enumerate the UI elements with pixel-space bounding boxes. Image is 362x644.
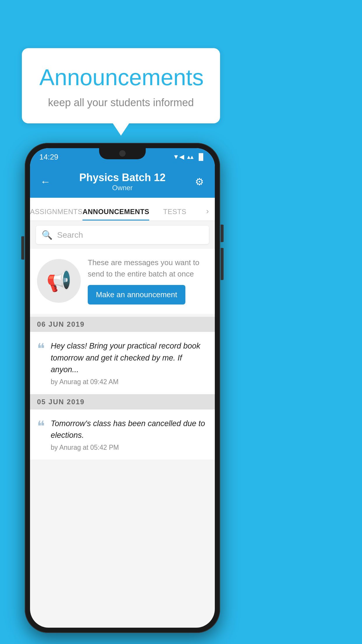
status-icons: ▼◀ ▴▴ ▐▌ [173,153,205,161]
app-bar-center: Physics Batch 12 Owner [53,172,192,192]
side-button-right-2 [221,248,224,280]
date-separator-2: 05 JUN 2019 [30,394,215,410]
app-bar: ← Physics Batch 12 Owner ⚙ [30,166,215,198]
bubble-subtitle: keep all your students informed [39,97,203,109]
status-bar: 14:29 ▼◀ ▴▴ ▐▌ [30,148,215,166]
phone-outer: 14:29 ▼◀ ▴▴ ▐▌ ← Physics Batch 12 Owner … [25,143,220,633]
search-placeholder: Search [57,230,83,240]
quote-icon-2: ❝ [37,419,45,433]
search-bar[interactable]: 🔍 Search [36,226,209,244]
megaphone-icon: 📢 [46,269,72,293]
battery-icon: ▐▌ [196,153,205,161]
app-bar-title: Physics Batch 12 [53,172,192,184]
announcement-item-2: ❝ Tomorrow's class has been cancelled du… [30,410,215,460]
tab-more[interactable]: › [200,206,215,220]
phone-wrapper: 14:29 ▼◀ ▴▴ ▐▌ ← Physics Batch 12 Owner … [25,143,220,633]
announcement-text-1: Hey class! Bring your practical record b… [51,340,208,376]
announcement-content-1: Hey class! Bring your practical record b… [51,340,208,386]
speech-bubble-container: Announcements keep all your students inf… [22,48,220,123]
intro-text-block: These are messages you want to send to t… [88,257,208,304]
speech-bubble: Announcements keep all your students inf… [22,48,220,123]
side-button-right-1 [221,225,224,242]
intro-card: 📢 These are messages you want to send to… [30,249,215,314]
bubble-title: Announcements [39,64,203,91]
intro-description: These are messages you want to send to t… [88,257,208,280]
side-button-left [21,236,24,260]
tab-assignments[interactable]: ASSIGNMENTS [30,208,82,220]
tab-tests[interactable]: TESTS [149,208,200,220]
tabs-bar: ASSIGNMENTS ANNOUNCEMENTS TESTS › [30,198,215,221]
quote-icon-1: ❝ [37,341,45,356]
search-icon: 🔍 [42,230,52,240]
phone-screen: 14:29 ▼◀ ▴▴ ▐▌ ← Physics Batch 12 Owner … [30,148,215,628]
app-bar-subtitle: Owner [53,184,192,192]
tab-announcements[interactable]: ANNOUNCEMENTS [82,208,149,220]
announcement-item-1: ❝ Hey class! Bring your practical record… [30,332,215,394]
announcement-content-2: Tomorrow's class has been cancelled due … [51,418,208,452]
settings-button[interactable]: ⚙ [192,176,207,188]
signal-icon: ▴▴ [187,153,194,161]
date-separator-1: 06 JUN 2019 [30,317,215,332]
make-announcement-button[interactable]: Make an announcement [88,285,185,304]
announcement-icon-circle: 📢 [37,259,81,303]
back-button[interactable]: ← [38,176,53,188]
status-time: 14:29 [39,153,58,162]
announcement-meta-1: by Anurag at 09:42 AM [51,378,208,386]
wifi-icon: ▼◀ [173,153,184,161]
announcement-meta-2: by Anurag at 05:42 PM [51,444,208,452]
announcement-text-2: Tomorrow's class has been cancelled due … [51,418,208,441]
